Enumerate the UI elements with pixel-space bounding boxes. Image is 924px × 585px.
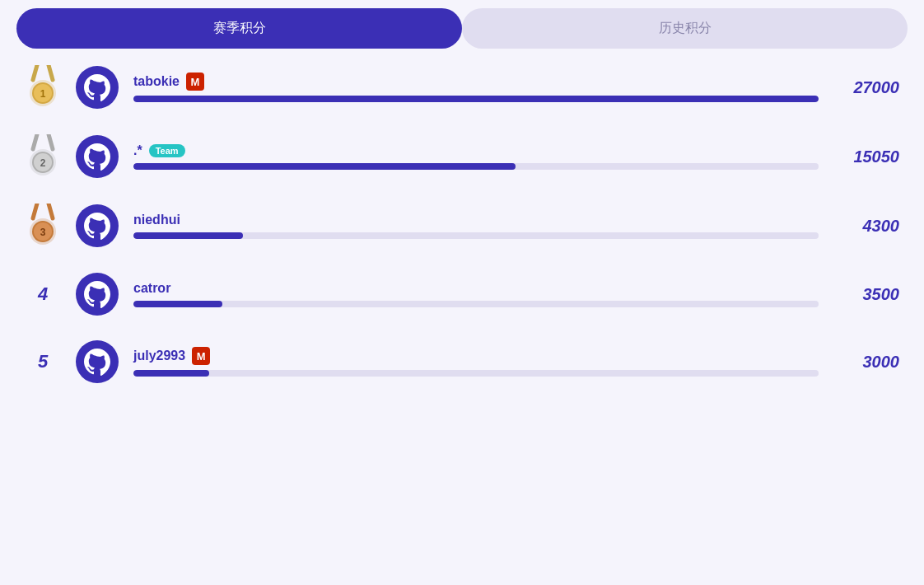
svg-text:2: 2 [40, 157, 46, 169]
score-bar-fill [133, 232, 243, 239]
svg-line-15 [49, 204, 53, 218]
list-item: 2 .*Team15050 [25, 134, 899, 179]
rank-number: 4 [38, 283, 48, 304]
score-bar-bg [133, 370, 819, 377]
tabs-container: 赛季积分 历史积分 [16, 0, 908, 49]
name-row: niedhui [133, 213, 819, 227]
magento-icon [186, 73, 204, 91]
score-bar-fill [133, 163, 516, 170]
magento-icon [192, 347, 210, 365]
list-item: 3 niedhui4300 [25, 204, 899, 248]
svg-line-14 [33, 204, 37, 218]
name-row: .*Team [133, 143, 819, 158]
user-info: tabokie [133, 73, 819, 102]
svg-point-6 [76, 66, 119, 109]
user-info: july2993 [133, 347, 819, 377]
username: tabokie [133, 74, 180, 89]
user-info: .*Team [133, 143, 819, 170]
avatar [76, 66, 119, 109]
score-value: 3000 [833, 353, 899, 372]
rank-indicator: 5 [25, 351, 61, 372]
svg-line-0 [33, 65, 37, 80]
svg-point-20 [76, 204, 119, 247]
score-value: 15050 [833, 147, 899, 166]
user-info: catror [133, 281, 819, 307]
name-row: catror [133, 281, 819, 296]
avatar [76, 340, 119, 383]
team-badge: Team [149, 144, 185, 157]
list-item: 5 july29933000 [25, 340, 899, 383]
score-value: 3500 [833, 285, 899, 304]
svg-text:1: 1 [40, 88, 46, 100]
score-value: 4300 [833, 217, 899, 236]
name-row: tabokie [133, 73, 819, 91]
username: niedhui [133, 213, 180, 227]
tab-history[interactable]: 历史积分 [462, 8, 908, 49]
score-bar-bg [133, 301, 819, 307]
rank-number: 5 [38, 351, 48, 372]
avatar [76, 135, 119, 178]
username: catror [133, 281, 170, 296]
avatar [76, 273, 119, 316]
svg-line-7 [33, 134, 37, 149]
avatar [76, 204, 119, 247]
svg-line-1 [49, 65, 53, 80]
score-bar-bg [133, 163, 819, 170]
svg-line-8 [49, 134, 53, 149]
score-bar-fill [133, 96, 819, 102]
user-info: niedhui [133, 213, 819, 239]
svg-point-13 [76, 135, 119, 178]
score-bar-bg [133, 96, 819, 102]
score-bar-fill [133, 301, 222, 307]
score-value: 27000 [833, 78, 899, 97]
svg-text:3: 3 [40, 227, 46, 238]
list-item: 1 tabokie27000 [25, 65, 899, 110]
username: .* [133, 143, 142, 158]
rank-indicator: 1 [25, 65, 61, 110]
score-bar-bg [133, 232, 819, 239]
username: july2993 [133, 349, 185, 363]
name-row: july2993 [133, 347, 819, 365]
svg-point-22 [76, 340, 119, 383]
score-bar-fill [133, 370, 209, 377]
svg-point-21 [76, 273, 119, 316]
rank-indicator: 4 [25, 283, 61, 305]
tab-season[interactable]: 赛季积分 [16, 8, 462, 49]
rank-indicator: 3 [25, 204, 61, 248]
rank-indicator: 2 [25, 134, 61, 179]
list-item: 4 catror3500 [25, 273, 899, 316]
leaderboard: 1 tabokie27000 2 .*Team15050 3 [0, 49, 924, 424]
